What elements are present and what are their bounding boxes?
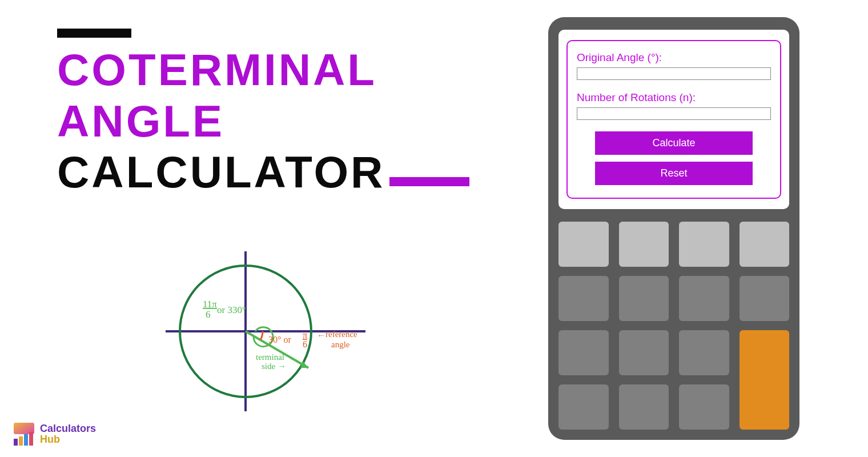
keypad-key[interactable] bbox=[558, 384, 609, 430]
keypad-key[interactable] bbox=[619, 384, 669, 430]
ref-arrow: ← bbox=[317, 331, 326, 340]
keypad-key[interactable] bbox=[740, 222, 790, 267]
keypad-equals-key[interactable] bbox=[740, 330, 790, 430]
keypad-key[interactable] bbox=[619, 222, 669, 267]
decorative-bar-bottom bbox=[389, 177, 469, 186]
logo-word-1: Calculators bbox=[40, 423, 96, 434]
ref-angle-arc bbox=[260, 331, 263, 340]
page-title: COTERMINAL ANGLE CALCULATOR bbox=[57, 45, 503, 198]
keypad-key[interactable] bbox=[679, 384, 729, 430]
rotations-group: Number of Rotations (n): bbox=[577, 91, 771, 120]
keypad-key[interactable] bbox=[619, 276, 669, 321]
rotations-label: Number of Rotations (n): bbox=[577, 91, 771, 104]
reset-button[interactable]: Reset bbox=[595, 162, 753, 185]
ref-pi-top: π bbox=[303, 330, 307, 340]
svg-rect-5 bbox=[29, 432, 33, 446]
terminal-label-2: side → bbox=[262, 362, 286, 371]
keypad-key[interactable] bbox=[558, 276, 609, 321]
keypad-key[interactable] bbox=[558, 330, 609, 375]
original-angle-label: Original Angle (°): bbox=[577, 51, 771, 64]
logo-word-2: Hub bbox=[40, 434, 96, 445]
keypad-key[interactable] bbox=[679, 222, 729, 267]
title-line-1: COTERMINAL bbox=[57, 45, 503, 96]
keypad-key[interactable] bbox=[740, 276, 790, 321]
svg-rect-2 bbox=[14, 439, 18, 446]
title-line-3: CALCULATOR bbox=[57, 147, 385, 198]
title-line-2: ANGLE bbox=[57, 96, 503, 147]
keypad-key[interactable] bbox=[619, 330, 669, 375]
calculator-keypad bbox=[558, 222, 789, 430]
calculate-button[interactable]: Calculate bbox=[595, 131, 753, 155]
svg-rect-3 bbox=[19, 436, 23, 446]
brand-logo: Calculators Hub bbox=[11, 422, 96, 447]
ref-pi-bot: 6 bbox=[303, 339, 307, 349]
keypad-key[interactable] bbox=[679, 276, 729, 321]
unit-circle-diagram: 11π 6 or 330° 30° or π 6 ← reference ang… bbox=[160, 246, 400, 428]
terminal-label-1: terminal bbox=[256, 352, 284, 362]
keypad-key[interactable] bbox=[558, 222, 609, 267]
button-row: Calculate Reset bbox=[577, 131, 771, 185]
title-section: COTERMINAL ANGLE CALCULATOR bbox=[57, 29, 503, 198]
decorative-bar-top bbox=[57, 29, 131, 38]
rotations-input[interactable] bbox=[577, 107, 771, 120]
logo-text: Calculators Hub bbox=[40, 423, 96, 445]
calculator-screen: Original Angle (°): Number of Rotations … bbox=[558, 30, 789, 209]
ref-angle-label: 30° or bbox=[268, 335, 291, 344]
ref-note-1: reference bbox=[326, 330, 357, 339]
keypad-key[interactable] bbox=[679, 330, 729, 375]
form-panel: Original Angle (°): Number of Rotations … bbox=[566, 40, 781, 199]
logo-icon bbox=[11, 422, 37, 447]
original-angle-group: Original Angle (°): bbox=[577, 51, 771, 80]
ref-note-2: angle bbox=[331, 340, 350, 349]
angle-label-330: 11π 6 or 330° bbox=[203, 299, 246, 320]
svg-rect-4 bbox=[24, 434, 28, 446]
original-angle-input[interactable] bbox=[577, 67, 771, 80]
calculator-device: Original Angle (°): Number of Rotations … bbox=[548, 17, 799, 440]
